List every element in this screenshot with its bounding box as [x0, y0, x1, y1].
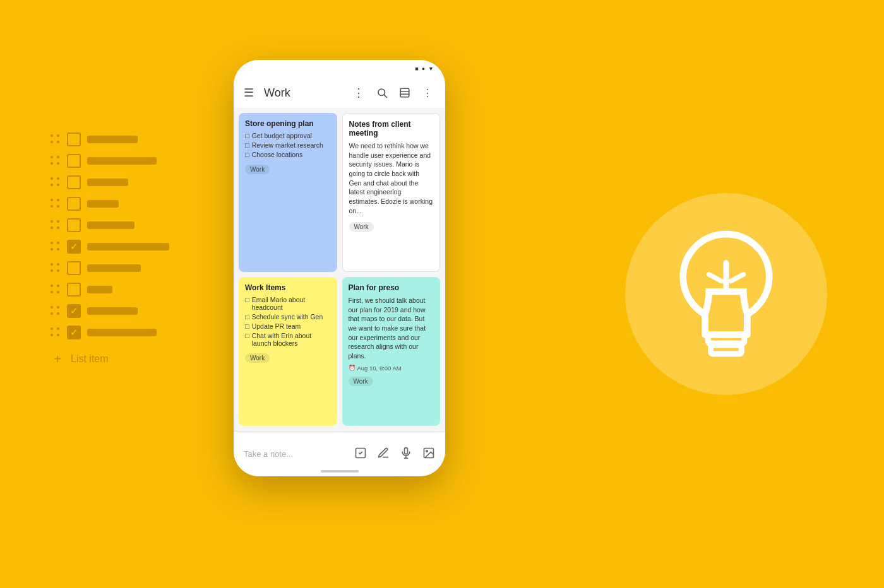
- list-row: [51, 283, 169, 297]
- svg-rect-12: [711, 345, 742, 354]
- drag-dots-icon: [51, 220, 61, 230]
- layout-icon[interactable]: [395, 83, 415, 103]
- right-lightbulb-section: [619, 187, 833, 401]
- add-item-row[interactable]: +List item: [51, 352, 169, 366]
- list-item-bar: [87, 221, 134, 229]
- list-row: [51, 132, 169, 146]
- app-bar: ☰ Work ⋮ ⋮: [234, 78, 445, 108]
- status-icon-circle: ●: [422, 66, 425, 72]
- note-client-meeting[interactable]: Notes from client meeting We need to ret…: [342, 113, 441, 272]
- status-icon-signal: ▼: [428, 66, 434, 72]
- list-row: ✓: [51, 304, 169, 318]
- list-item-bar: [87, 286, 112, 293]
- checkbox-icon[interactable]: ✓: [67, 304, 81, 318]
- phone-status-bar: ■ ● ▼: [234, 60, 445, 78]
- note-store-plan[interactable]: Store opening plan Get budget approval R…: [239, 113, 337, 272]
- list-item-bar: [87, 329, 157, 336]
- work-item-4: Chat with Erin about launch blockers: [245, 332, 331, 347]
- home-indicator: [321, 470, 359, 473]
- note-preso-tag: Work: [349, 377, 373, 386]
- drag-dots-icon: [51, 242, 61, 252]
- drag-dots-icon: [51, 263, 61, 273]
- list-item-bar: [87, 243, 169, 250]
- bottom-actions: [354, 447, 435, 462]
- plus-icon[interactable]: +: [51, 352, 64, 366]
- checkbox-icon[interactable]: [67, 261, 81, 275]
- more-icon-left[interactable]: ⋮: [350, 83, 367, 102]
- drag-dots-icon: [51, 285, 61, 295]
- image-icon[interactable]: [422, 447, 435, 462]
- svg-rect-2: [400, 88, 409, 97]
- checkbox-icon[interactable]: [67, 283, 81, 297]
- options-icon[interactable]: ⋮: [417, 83, 438, 103]
- note-client-tag: Work: [349, 222, 374, 232]
- note-plan-preso[interactable]: Plan for preso First, we should talk abo…: [342, 277, 441, 426]
- note-preso-time: ⏰ Aug 10, 8:00 AM: [349, 365, 434, 372]
- list-row: [51, 218, 169, 232]
- drag-dots-icon: [51, 306, 61, 316]
- drag-dots-icon: [51, 327, 61, 338]
- work-item-1: Email Mario about headcount: [245, 296, 331, 311]
- note-store-plan-title: Store opening plan: [245, 119, 331, 128]
- checkbox-icon[interactable]: [67, 175, 81, 189]
- svg-point-10: [426, 450, 428, 452]
- svg-line-14: [709, 274, 722, 281]
- checkbox-icon[interactable]: [67, 197, 81, 211]
- list-item-bar: [87, 264, 141, 272]
- list-row: ✓: [51, 240, 169, 254]
- app-title: Work: [264, 86, 345, 100]
- checkbox-icon[interactable]: [354, 447, 367, 462]
- notes-grid: Store opening plan Get budget approval R…: [234, 108, 445, 431]
- phone-mockup: ■ ● ▼ ☰ Work ⋮ ⋮ Store opening plan: [234, 60, 445, 476]
- list-item-bar: [87, 157, 157, 165]
- drag-dots-icon: [51, 199, 61, 209]
- note-client-body: We need to rethink how we handle user ex…: [349, 141, 434, 216]
- note-preso-body: First, we should talk about our plan for…: [349, 296, 434, 361]
- list-item-bar: [87, 307, 138, 315]
- menu-icon[interactable]: ☰: [241, 83, 256, 102]
- drag-dots-icon: [51, 177, 61, 187]
- note-work-title: Work Items: [245, 283, 331, 292]
- list-item-bar: [87, 179, 128, 186]
- note-client-title: Notes from client meeting: [349, 120, 434, 138]
- note-preso-timestamp: Aug 10, 8:00 AM: [357, 365, 402, 372]
- checkbox-icon[interactable]: [67, 218, 81, 232]
- checklist-item-2: Review market research: [245, 141, 331, 149]
- add-item-label: List item: [71, 353, 109, 365]
- mic-icon[interactable]: [400, 447, 412, 462]
- left-list-illustration: ✓✓✓+List item: [51, 132, 169, 366]
- note-store-plan-checklist: Get budget approval Review market resear…: [245, 132, 331, 158]
- list-item-bar: [87, 200, 119, 208]
- svg-rect-11: [708, 334, 744, 343]
- lightbulb-circle: [625, 193, 827, 395]
- list-row: [51, 154, 169, 168]
- note-work-checklist: Email Mario about headcount Schedule syn…: [245, 296, 331, 347]
- drag-dots-icon: [51, 156, 61, 166]
- search-icon[interactable]: [372, 83, 392, 103]
- note-work-items[interactable]: Work Items Email Mario about headcount S…: [239, 277, 337, 426]
- note-preso-title: Plan for preso: [349, 283, 434, 292]
- lightbulb-icon: [666, 225, 786, 363]
- checkbox-icon[interactable]: ✓: [67, 326, 81, 339]
- drag-dots-icon: [51, 134, 61, 144]
- checkbox-icon[interactable]: [67, 132, 81, 146]
- pencil-icon[interactable]: [377, 447, 390, 462]
- work-item-2: Schedule sync with Gen: [245, 313, 331, 320]
- status-icon-square: ■: [415, 66, 418, 72]
- take-note-placeholder[interactable]: Take a note...: [244, 449, 354, 459]
- checklist-item-1: Get budget approval: [245, 132, 331, 139]
- list-item-bar: [87, 136, 138, 143]
- list-row: [51, 175, 169, 189]
- svg-line-1: [384, 95, 386, 97]
- checkbox-icon[interactable]: [67, 154, 81, 168]
- checkbox-icon[interactable]: ✓: [67, 240, 81, 254]
- clock-icon: ⏰: [349, 365, 355, 371]
- list-row: [51, 197, 169, 211]
- svg-rect-6: [405, 447, 408, 454]
- note-store-plan-tag: Work: [245, 165, 270, 174]
- checklist-item-3: Choose locations: [245, 151, 331, 158]
- svg-line-15: [731, 274, 744, 281]
- work-item-3: Update PR team: [245, 322, 331, 330]
- note-work-tag: Work: [245, 353, 270, 363]
- app-bar-actions: ⋮: [372, 83, 438, 103]
